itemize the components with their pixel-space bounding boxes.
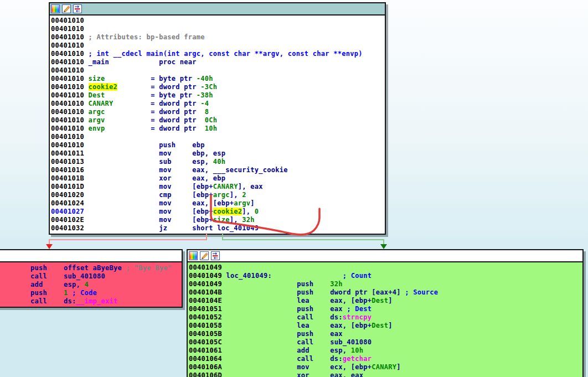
code-line[interactable]: 00401010 Dest = byte ptr -38h	[51, 91, 385, 100]
code-line[interactable]: 00401010 cookie2 = dword ptr -3Ch	[51, 83, 385, 91]
code-line[interactable]: 0040105C call sub_401080	[189, 338, 582, 347]
code-line[interactable]: call ds:__imp_exit	[30, 297, 182, 306]
palette-icon[interactable]	[189, 251, 198, 260]
code-line[interactable]: 00401010 ; int __cdecl main(int argc, co…	[51, 50, 385, 58]
code-line[interactable]: 00401010	[51, 42, 385, 50]
basic-block-exit[interactable]: push offset aByeBye ; "Bye Bye"call sub_…	[0, 249, 183, 308]
code-line[interactable]: 00401058 lea eax, [ebp+Dest]	[189, 322, 582, 330]
disassembly-listing-ok: 0040104900401049 loc_401049: ; Count0040…	[188, 262, 582, 377]
code-line[interactable]: 00401010 envp = dword ptr 10h	[51, 125, 385, 133]
code-line[interactable]: 00401051 push eax ; Dest	[189, 305, 582, 313]
node-titlebar[interactable]	[50, 3, 385, 16]
code-line[interactable]: 00401010 push ebp	[51, 141, 385, 149]
disassembly-listing-main: 004010100040101000401010 ; Attributes: b…	[50, 16, 385, 234]
code-line[interactable]: 00401010 CANARY = dword ptr -4	[51, 100, 385, 108]
code-line[interactable]: call sub_401080	[30, 272, 182, 281]
code-line[interactable]: 00401010 ; Attributes: bp-based frame	[51, 33, 385, 42]
code-line[interactable]: 00401010	[51, 25, 385, 33]
code-line[interactable]: 00401061 add esp, 10h	[189, 347, 582, 355]
code-line[interactable]: 0040101D mov [ebp+CANARY], eax	[51, 183, 385, 191]
code-line[interactable]: 00401010 _main proc near	[51, 58, 385, 66]
code-line[interactable]: 0040104B push dword ptr [eax+4] ; Source	[189, 288, 582, 297]
code-line[interactable]: 00401049 push 32h	[189, 280, 582, 288]
edit-comment-icon[interactable]	[62, 4, 71, 13]
palette-icon[interactable]	[51, 4, 60, 13]
code-line[interactable]: 00401016 mov eax, ___security_cookie	[51, 166, 385, 174]
code-line[interactable]: 00401049	[189, 264, 582, 272]
edge-false-branch-arrowhead	[46, 244, 53, 249]
code-line[interactable]: 00401010	[51, 133, 385, 141]
code-line[interactable]: 0040101B xor eax, ebp	[51, 174, 385, 183]
code-line[interactable]: add esp, 4	[30, 281, 182, 289]
code-line[interactable]: 00401064 call ds:getchar	[189, 355, 582, 363]
basic-block-401049[interactable]: 0040104900401049 loc_401049: ; Count0040…	[187, 249, 584, 377]
basic-block-401010[interactable]: 004010100040101000401010 ; Attributes: b…	[49, 2, 386, 235]
ida-graph-view: 004010100040101000401010 ; Attributes: b…	[0, 0, 588, 377]
code-line[interactable]: 00401024 mov eax, [ebp+argv]	[51, 199, 385, 208]
code-line[interactable]: 00401010 argv = dword ptr 0Ch	[51, 116, 385, 125]
code-line[interactable]: 00401013 sub esp, 40h	[51, 158, 385, 166]
code-line[interactable]: 00401027 mov [ebp+cookie2], 0	[51, 208, 385, 216]
code-line[interactable]: 00401032 jz short loc_401049	[51, 224, 385, 233]
code-line[interactable]: 0040104E lea eax, [ebp+Dest]	[189, 297, 582, 305]
node-titlebar[interactable]	[188, 250, 582, 262]
code-line[interactable]: 0040102E mov [ebp+size], 32h	[51, 216, 385, 224]
code-line[interactable]: 0040106A mov ecx, [ebp+CANARY]	[189, 363, 582, 371]
code-line[interactable]: 00401049 loc_401049: ; Count	[189, 272, 582, 280]
edit-comment-icon[interactable]	[200, 251, 209, 260]
node-titlebar[interactable]	[0, 250, 182, 262]
code-line[interactable]: 00401011 mov ebp, esp	[51, 149, 385, 158]
code-line[interactable]: 00401010 size = byte ptr -40h	[51, 75, 385, 83]
code-line[interactable]: push offset aByeBye ; "Bye Bye"	[30, 264, 182, 272]
code-line[interactable]: 00401010	[51, 66, 385, 75]
edge-true-branch	[223, 233, 384, 244]
code-line[interactable]: 0040105B push eax	[189, 330, 582, 338]
edge-true-branch-arrowhead	[380, 244, 387, 249]
disassembly-listing-exit: push offset aByeBye ; "Bye Bye"call sub_…	[0, 262, 182, 307]
group-node-icon[interactable]	[211, 251, 220, 260]
code-line[interactable]: 00401020 cmp [ebp+argc], 2	[51, 191, 385, 199]
group-node-icon[interactable]	[73, 4, 82, 13]
code-line[interactable]: 00401010 argc = dword ptr 8	[51, 108, 385, 116]
code-line[interactable]: push 1 ; Code	[30, 289, 182, 297]
code-line[interactable]: 00401010	[51, 17, 385, 25]
code-line[interactable]: 0040106D xor eax, eax	[189, 371, 582, 377]
code-line[interactable]: 00401052 call ds:strncpy	[189, 313, 582, 322]
edge-false-branch	[49, 233, 207, 244]
